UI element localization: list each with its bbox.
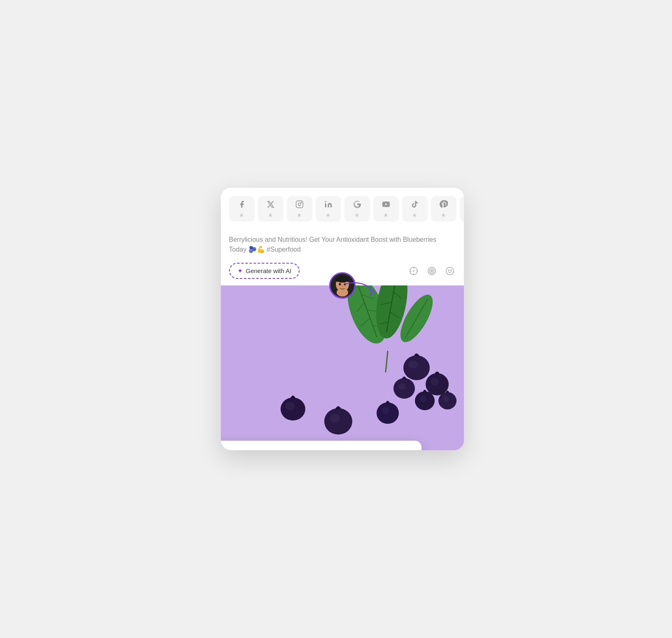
svg-point-59 bbox=[382, 407, 389, 414]
instagram-icon bbox=[295, 200, 304, 210]
social-btn-instagram[interactable]: ★ bbox=[287, 196, 312, 222]
svg-point-47 bbox=[431, 378, 439, 386]
star-icon: ★ bbox=[297, 212, 302, 218]
chat-bubble: ✦ Write an Instagram caption about blueb… bbox=[221, 441, 422, 450]
linkedin-icon bbox=[324, 200, 332, 210]
image-container: ✦ Write an Instagram caption about blueb… bbox=[221, 285, 464, 450]
svg-point-45 bbox=[408, 360, 418, 369]
svg-point-51 bbox=[420, 395, 426, 402]
star-icon: ★ bbox=[354, 212, 360, 218]
star-icon: ★ bbox=[441, 212, 446, 218]
sparkle-icon: ✦ bbox=[237, 267, 243, 275]
location-icon[interactable] bbox=[408, 265, 419, 277]
svg-rect-0 bbox=[296, 201, 303, 208]
social-btn-facebook[interactable]: ★ bbox=[229, 196, 255, 222]
social-bar: ★ ★ ★ bbox=[221, 188, 464, 228]
google-icon bbox=[353, 200, 361, 210]
svg-point-16 bbox=[450, 270, 451, 271]
svg-point-23 bbox=[344, 283, 346, 285]
pinterest-icon bbox=[440, 200, 448, 210]
target-icon[interactable] bbox=[426, 265, 438, 277]
svg-point-2 bbox=[301, 202, 301, 202]
emoji-icon[interactable] bbox=[444, 265, 456, 277]
social-btn-google[interactable]: ★ bbox=[344, 196, 370, 222]
svg-point-57 bbox=[330, 414, 340, 423]
svg-point-22 bbox=[339, 283, 341, 285]
svg-point-1 bbox=[298, 203, 301, 206]
social-btn-twitter[interactable]: ★ bbox=[258, 196, 283, 222]
social-btn-tiktok[interactable]: ★ bbox=[402, 196, 428, 222]
main-card: ★ ★ ★ bbox=[221, 188, 464, 450]
svg-point-14 bbox=[446, 267, 453, 274]
svg-point-11 bbox=[428, 267, 435, 274]
youtube-icon bbox=[382, 200, 390, 210]
generate-ai-button[interactable]: ✦ Generate with AI bbox=[229, 263, 300, 279]
svg-point-15 bbox=[448, 270, 449, 271]
svg-point-3 bbox=[325, 201, 326, 202]
social-btn-linkedin[interactable]: ★ bbox=[316, 196, 341, 222]
x-icon bbox=[267, 200, 275, 210]
social-btn-youtube[interactable]: ★ bbox=[373, 196, 399, 222]
svg-point-44 bbox=[403, 355, 430, 380]
caption-area: Berrylicious and Nutritious! Get Your An… bbox=[221, 228, 464, 259]
social-btn-pinterest[interactable]: ★ bbox=[431, 196, 457, 222]
star-icon: ★ bbox=[383, 212, 389, 218]
caption-text: Berrylicious and Nutritious! Get Your An… bbox=[229, 235, 456, 255]
svg-point-53 bbox=[443, 396, 449, 402]
svg-point-24 bbox=[342, 286, 343, 287]
svg-rect-21 bbox=[336, 279, 349, 282]
svg-point-55 bbox=[286, 402, 295, 410]
star-icon: ★ bbox=[239, 212, 244, 218]
blueberry-image bbox=[221, 285, 464, 450]
facebook-icon bbox=[238, 200, 246, 210]
avatar bbox=[329, 272, 356, 299]
star-icon: ★ bbox=[325, 212, 331, 218]
social-btn-threads[interactable]: ★ bbox=[460, 196, 464, 222]
svg-point-6 bbox=[413, 271, 414, 271]
svg-point-49 bbox=[398, 383, 406, 390]
star-icon: ★ bbox=[268, 212, 273, 218]
generate-btn-label: Generate with AI bbox=[246, 267, 292, 274]
chat-sparkle-icon: ✦ bbox=[221, 449, 230, 450]
toolbar-icons bbox=[408, 265, 456, 277]
tiktok-icon bbox=[411, 200, 419, 210]
star-icon: ★ bbox=[412, 212, 417, 218]
svg-point-12 bbox=[429, 269, 434, 273]
svg-point-13 bbox=[431, 270, 433, 272]
